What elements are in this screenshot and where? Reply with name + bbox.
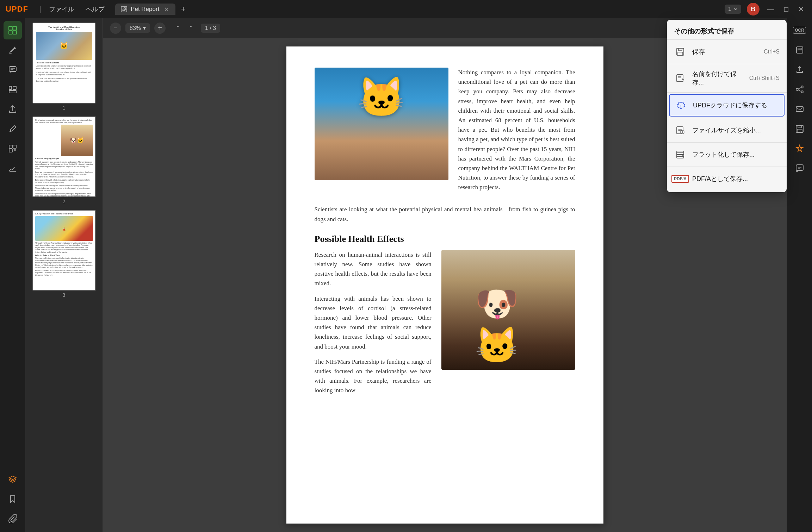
thumbnail-panel: The Health and Mood-BoostingBenefits of …	[25, 18, 103, 532]
edit-icon	[8, 124, 17, 133]
pdf-research-text: Research on human-animal interactions is…	[315, 250, 432, 288]
pdf-interacting-text: Interacting with animals has been shown …	[315, 294, 432, 351]
right-tool-scan[interactable]	[791, 41, 809, 59]
right-tool-share[interactable]	[791, 80, 809, 99]
left-sidebar	[0, 18, 25, 532]
menu-help[interactable]: ヘルプ	[81, 4, 110, 15]
dropdown-divider-1	[667, 64, 787, 64]
divider: |	[39, 5, 41, 13]
svg-rect-34	[678, 48, 682, 51]
svg-point-21	[801, 86, 803, 88]
sidebar-tool-comment[interactable]	[4, 61, 22, 79]
svg-rect-2	[9, 31, 12, 34]
close-button[interactable]: ✕	[796, 5, 806, 13]
dropdown-divider-2	[667, 92, 787, 93]
svg-line-25	[798, 90, 801, 92]
menu-file[interactable]: ファイル	[44, 4, 79, 15]
thumbnail-page-1[interactable]: The Health and Mood-BoostingBenefits of …	[28, 23, 100, 111]
page-navigator[interactable]: 1	[725, 5, 741, 14]
sidebar-tool-attachment[interactable]	[4, 509, 22, 528]
zoom-display[interactable]: 83% ▾	[125, 23, 150, 33]
save-right-icon	[795, 124, 804, 133]
svg-rect-20	[798, 48, 801, 50]
page-nav-chevron	[733, 7, 738, 11]
dropdown-item-save-as[interactable]: 名前を付けて保存... Ctrl+Shift+S	[667, 65, 787, 91]
sidebar-tool-edit[interactable]	[4, 120, 22, 138]
dropdown-divider-5	[667, 167, 787, 167]
new-tab-button[interactable]: +	[178, 4, 188, 14]
dog-image: 🐶🐱	[441, 250, 575, 370]
dropdown-item-compress[interactable]: ファイルサイズを縮小...	[667, 120, 787, 141]
thumbnail-page-3[interactable]: A Key Phase in the History of Tourism 🗼 …	[28, 210, 100, 298]
comment-icon	[8, 65, 17, 74]
page-top-button[interactable]: ⌃	[173, 23, 184, 33]
page-display: 1 / 3	[205, 25, 216, 31]
svg-rect-3	[13, 31, 17, 34]
document-tab[interactable]: Pet Report ✕	[115, 4, 175, 15]
maximize-button[interactable]: □	[782, 5, 791, 13]
export-icon	[8, 105, 17, 114]
svg-rect-12	[9, 145, 12, 148]
save-dropdown-menu: その他の形式で保存 保存 Ctrl+S 名前を付けて保存... Ctrl+Shi…	[667, 20, 787, 192]
thumbnail-3-image: A Key Phase in the History of Tourism 🗼 …	[32, 210, 96, 291]
pdf-intro-text: Nothing compares to a loyal companion. T…	[458, 68, 575, 192]
annotate-icon	[8, 45, 17, 55]
upload-icon	[795, 65, 804, 74]
user-avatar[interactable]: B	[747, 3, 760, 15]
zoom-level: 83%	[130, 25, 141, 31]
zoom-out-button[interactable]: −	[110, 23, 121, 34]
zoom-in-button[interactable]: +	[154, 23, 166, 34]
sidebar-tool-bookmark[interactable]	[4, 490, 22, 508]
svg-rect-13	[13, 145, 16, 148]
cloud-save-label: UPDFクラウドに保存する	[693, 101, 779, 109]
dropdown-item-flatten[interactable]: フラット化して保存...	[667, 144, 787, 165]
right-tool-upload[interactable]	[791, 61, 809, 79]
dropdown-item-pdfa[interactable]: PDF/A PDF/Aとして保存...	[667, 168, 787, 189]
right-tool-email[interactable]	[791, 100, 809, 118]
tab-area: Pet Report ✕ +	[115, 4, 725, 15]
minimize-button[interactable]: —	[765, 5, 776, 13]
save-as-label: 名前を付けて保存...	[692, 70, 744, 87]
sidebar-tool-organize[interactable]	[4, 80, 22, 99]
right-sidebar: OCR	[787, 18, 812, 532]
page-up-button[interactable]: ⌃	[186, 23, 197, 33]
thumbnail-icon	[8, 25, 18, 35]
cloud-save-icon	[675, 99, 687, 112]
dropdown-item-cloud-save[interactable]: UPDFクラウドに保存する	[669, 94, 785, 117]
sidebar-tool-export[interactable]	[4, 100, 22, 118]
thumb3-travel-image: 🗼	[35, 216, 93, 241]
right-tool-ocr[interactable]: OCR	[791, 21, 809, 39]
dropdown-divider-3	[667, 118, 787, 118]
thumbnail-page-2[interactable]: Mit is leading large-scale surveys to fi…	[28, 116, 100, 204]
svg-rect-10	[9, 90, 16, 93]
page-input-area[interactable]: 1 / 3	[201, 24, 220, 33]
svg-rect-0	[9, 26, 12, 30]
svg-rect-36	[677, 75, 683, 82]
sidebar-bottom	[4, 470, 22, 532]
sidebar-tool-ocr[interactable]	[4, 139, 22, 158]
pdfa-label: PDF/Aとして保存...	[692, 175, 780, 183]
svg-point-23	[801, 91, 803, 93]
svg-rect-26	[796, 107, 803, 112]
sidebar-tool-thumbnail[interactable]	[4, 21, 22, 39]
zoom-chevron-icon: ▾	[143, 25, 146, 31]
svg-rect-4	[9, 53, 12, 54]
sidebar-tool-sign[interactable]	[4, 159, 22, 177]
save-as-item-icon	[674, 72, 687, 85]
compress-label: ファイルサイズを縮小...	[692, 126, 780, 134]
sidebar-tool-annotate[interactable]	[4, 41, 22, 59]
svg-line-24	[798, 88, 801, 89]
dropdown-divider-4	[667, 142, 787, 143]
svg-rect-35	[678, 52, 683, 55]
sidebar-tool-layers[interactable]	[4, 470, 22, 488]
right-tool-ai[interactable]	[791, 139, 809, 158]
dropdown-item-save[interactable]: 保存 Ctrl+S	[667, 41, 787, 62]
pdf-section-title: Possible Health Effects	[315, 234, 575, 244]
save-shortcut: Ctrl+S	[764, 49, 780, 55]
dropdown-title: その他の形式で保存	[667, 23, 787, 40]
tab-close-button[interactable]: ✕	[163, 6, 170, 13]
save-item-icon	[674, 45, 687, 58]
svg-rect-14	[9, 149, 12, 152]
right-tool-save[interactable]	[791, 120, 809, 138]
right-tool-chat[interactable]	[791, 159, 809, 177]
